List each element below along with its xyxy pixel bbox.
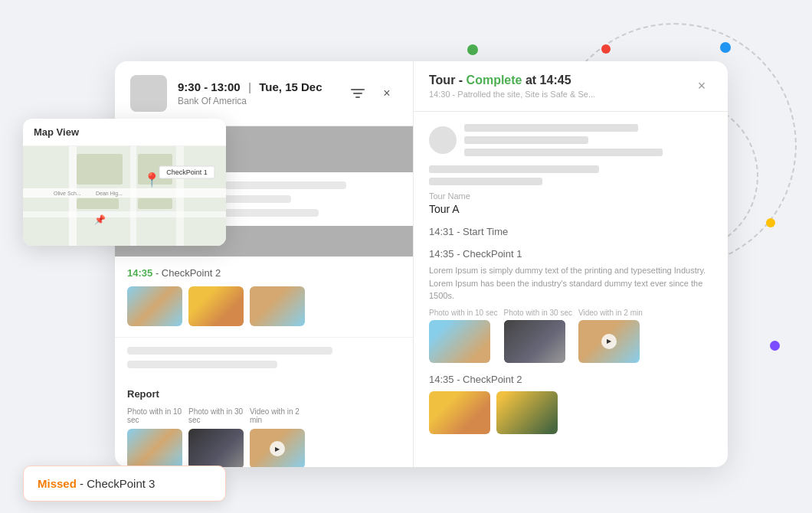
checkpoint2-section: 14:35 - CheckPoint 2: [115, 256, 413, 338]
svg-rect-7: [130, 146, 136, 246]
close-right-button[interactable]: ×: [691, 76, 712, 97]
report-video-1[interactable]: ▶: [250, 429, 305, 467]
svg-text:Dean Hig...: Dean Hig...: [96, 191, 123, 197]
media-thumb-2[interactable]: [504, 320, 565, 363]
svg-rect-2: [355, 96, 360, 98]
report-photos: ▶: [127, 429, 401, 467]
photo-labels-row: Photo with in 10 sec Photo with in 30 se…: [127, 407, 401, 424]
tour-location: Bank Of America: [178, 96, 336, 106]
missed-checkpoint-name: CheckPoint 3: [87, 477, 155, 490]
svg-rect-5: [23, 211, 226, 217]
tour-header: 9:30 - 13:00 | Tue, 15 Dec Bank Of Ameri…: [115, 61, 413, 126]
photo-thumb[interactable]: [250, 286, 305, 326]
media-label-1: Photo with in 10 sec: [429, 309, 498, 317]
media-label-2: Photo with in 30 sec: [504, 309, 573, 317]
checkpoint2-title: 14:35 - CheckPoint 2: [127, 267, 401, 279]
right-content: Tour Name Tour A 14:31 - Start Time 14:3…: [414, 112, 728, 467]
missed-text: Missed - CheckPoint 3: [38, 477, 211, 490]
media-item-2: Photo with in 30 sec: [504, 309, 573, 363]
report-title: Report: [127, 388, 401, 400]
dot-yellow: [766, 218, 775, 227]
right-panel: Tour - Complete at 14:45 14:30 - Patroll…: [414, 61, 728, 467]
dot-green: [467, 44, 478, 55]
skeleton-lines-2: [115, 338, 413, 377]
tour-subtitle: 14:30 - Patrolled the site, Site is Safe…: [429, 90, 595, 99]
skeleton-avatar: [429, 126, 457, 154]
svg-rect-9: [77, 154, 123, 185]
skeleton-line: [127, 361, 277, 368]
close-left-icon[interactable]: ×: [376, 83, 398, 104]
checkpoint2-photos: [127, 286, 401, 326]
svg-text:CheckPoint 1: CheckPoint 1: [166, 168, 208, 176]
checkpoint2-entry: 14:35 - CheckPoint 2: [429, 374, 712, 434]
missed-checkpoint-card: Missed - CheckPoint 3: [23, 466, 226, 502]
media-thumb-3[interactable]: ▶: [578, 320, 640, 363]
skeleton-line: [127, 347, 332, 355]
tour-name-section: Tour Name Tour A: [429, 191, 712, 215]
media-item-3: Video with in 2 min ▶: [578, 309, 643, 363]
map-view-card: Map View 📍 CheckPoint 1 📌 Olive Sch: [23, 119, 226, 246]
cp2-label: 14:35 - CheckPoint 2: [429, 374, 712, 385]
skeleton-line: [429, 165, 599, 173]
cp2-media-item-1: [429, 391, 490, 434]
play-icon-right[interactable]: ▶: [601, 334, 617, 349]
skeleton-user-row: [429, 124, 712, 156]
cp1-label: 14:35 - CheckPoint 1: [429, 248, 712, 260]
svg-rect-1: [353, 93, 362, 94]
skeleton-line: [464, 124, 638, 132]
cp2-thumb-1[interactable]: [429, 391, 490, 434]
svg-text:Olive Sch...: Olive Sch...: [54, 191, 81, 196]
map-svg: 📍 CheckPoint 1 📌 Olive Sch... Dean Hig..…: [23, 146, 226, 246]
header-info: 9:30 - 13:00 | Tue, 15 Dec Bank Of Ameri…: [178, 80, 336, 106]
map-body: 📍 CheckPoint 1 📌 Olive Sch... Dean Hig..…: [23, 146, 226, 246]
right-header: Tour - Complete at 14:45 14:30 - Patroll…: [414, 61, 728, 112]
skeleton-text-group: [464, 124, 712, 156]
tour-name-value: Tour A: [429, 203, 712, 215]
media-item-1: Photo with in 10 sec: [429, 309, 498, 363]
skeleton-line: [464, 136, 588, 144]
start-time-entry: 14:31 - Start Time: [429, 226, 712, 237]
filter-icon[interactable]: [347, 83, 368, 104]
photo-thumb[interactable]: [188, 286, 244, 326]
cp1-desc: Lorem Ipsum is simply dummy text of the …: [429, 264, 712, 302]
report-section: Report Photo with in 10 sec Photo with i…: [115, 377, 413, 467]
svg-text:📍: 📍: [143, 172, 161, 188]
photo-thumb[interactable]: [127, 286, 182, 326]
svg-rect-8: [176, 146, 184, 246]
skeleton-extra: [429, 165, 712, 185]
tour-name-label: Tour Name: [429, 191, 712, 201]
cp2-media-row: [429, 391, 712, 434]
tour-status-title: Tour - Complete at 14:45: [429, 74, 595, 87]
cp2-media-item-2: [496, 391, 558, 434]
play-icon[interactable]: ▶: [270, 441, 285, 456]
dot-purple: [770, 341, 780, 351]
skeleton-line: [429, 178, 542, 185]
svg-text:📌: 📌: [94, 214, 106, 225]
svg-rect-6: [69, 146, 77, 246]
report-photo-2[interactable]: [188, 429, 244, 467]
svg-rect-11: [77, 198, 119, 209]
right-header-info: Tour - Complete at 14:45 14:30 - Patroll…: [429, 74, 595, 99]
tour-avatar: [130, 75, 167, 112]
svg-rect-0: [351, 89, 365, 90]
report-photo-1[interactable]: [127, 429, 182, 467]
svg-rect-12: [138, 198, 172, 209]
cp2-thumb-2[interactable]: [496, 391, 558, 434]
start-time-label: 14:31 - Start Time: [429, 226, 712, 237]
checkpoint1-entry: 14:35 - CheckPoint 1 Lorem Ipsum is simp…: [429, 248, 712, 363]
dot-blue: [720, 42, 731, 53]
photo-label-3: Video with in 2 min: [250, 407, 305, 424]
map-view-title: Map View: [23, 119, 226, 146]
skeleton-line: [464, 149, 663, 156]
dot-red: [601, 44, 611, 54]
photo-label-1: Photo with in 10 sec: [127, 407, 182, 424]
media-label-3: Video with in 2 min: [578, 309, 643, 317]
media-thumb-1[interactable]: [429, 320, 490, 363]
tour-time: 9:30 - 13:00 | Tue, 15 Dec: [178, 80, 336, 93]
header-actions: ×: [347, 83, 398, 104]
cp1-media-row: Photo with in 10 sec Photo with in 30 se…: [429, 309, 712, 363]
photo-label-2: Photo with in 30 sec: [188, 407, 244, 424]
missed-label: Missed: [38, 477, 77, 490]
